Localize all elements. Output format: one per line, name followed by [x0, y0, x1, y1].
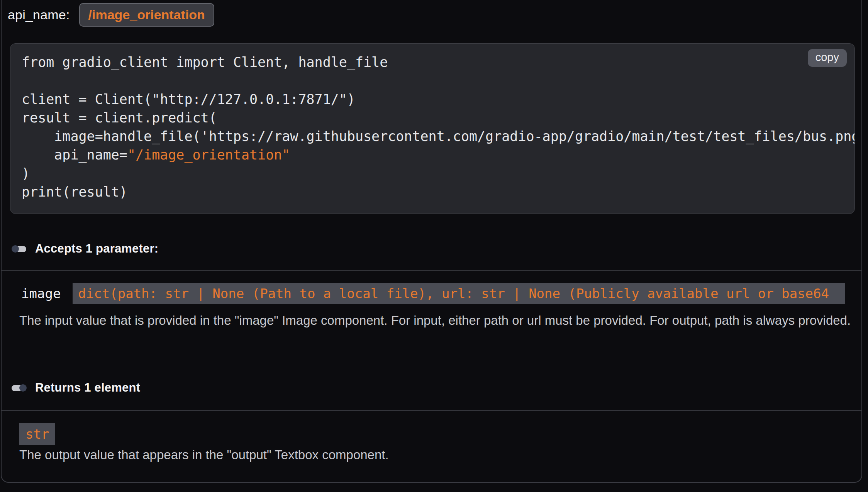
input-parameter-icon: [12, 245, 27, 253]
code-snippet-block: copy from gradio_client import Client, h…: [10, 43, 855, 214]
return-type-annotation: str: [19, 423, 55, 445]
accepts-section-heading: Accepts 1 parameter:: [12, 242, 158, 256]
api-endpoint-badge: /image_orientation: [79, 3, 214, 27]
accepts-heading-text: Accepts 1 parameter:: [35, 242, 158, 256]
code-content: from gradio_client import Client, handle…: [22, 53, 854, 201]
code-line-print: print(result): [22, 183, 854, 201]
gradio-api-docs-page: api_name: /image_orientation copy from g…: [0, 0, 868, 492]
parameter-description: The input value that is provided in the …: [19, 309, 853, 332]
return-description: The output value that appears in the "ou…: [19, 443, 853, 467]
code-api-name-string: "/image_orientation": [127, 147, 290, 163]
code-line-api-name: api_name="/image_orientation": [22, 146, 854, 164]
output-element-icon: [12, 384, 27, 392]
code-line-client: client = Client("http://127.0.0.1:7871/"…: [22, 90, 854, 109]
parameter-row: image dict(path: str | None (Path to a l…: [21, 283, 845, 304]
code-api-name-prefix: api_name=: [22, 147, 127, 163]
code-line-blank: [22, 71, 854, 90]
copy-button[interactable]: copy: [808, 49, 847, 67]
api-name-label: api_name:: [8, 7, 70, 22]
returns-heading-text: Returns 1 element: [35, 381, 140, 395]
code-line-import: from gradio_client import Client, handle…: [22, 53, 854, 71]
parameter-type-annotation: dict(path: str | None (Path to a local f…: [73, 283, 845, 304]
parameter-name: image: [21, 286, 61, 301]
divider: [2, 270, 861, 271]
code-line-image-arg: image=handle_file('https://raw.githubuse…: [22, 127, 854, 146]
code-line-predict: result = client.predict(: [22, 109, 854, 127]
code-line-close-paren: ): [22, 164, 854, 183]
returns-section-heading: Returns 1 element: [12, 381, 140, 395]
api-name-header: api_name: /image_orientation: [8, 3, 214, 27]
divider: [2, 410, 861, 411]
